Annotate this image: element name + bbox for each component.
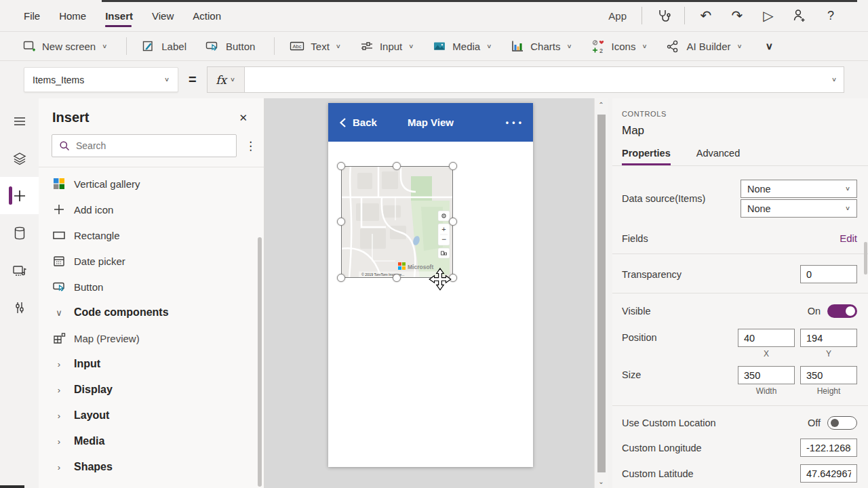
ribbon-charts[interactable]: Charts ∨ [511, 39, 572, 53]
menu-insert[interactable]: Insert [105, 0, 133, 31]
phone-screen[interactable]: Map View Back • • • [328, 103, 533, 467]
advanced-tools-icon[interactable] [0, 289, 39, 326]
properties-panel-scrollbar[interactable] [864, 242, 867, 274]
insert-item-label: Rectangle [74, 230, 120, 241]
ribbon-icons[interactable]: 2 Icons ∨ [591, 39, 648, 54]
custom-latitude-input[interactable] [800, 464, 857, 483]
hamburger-menu-icon[interactable] [0, 102, 39, 140]
resize-handle-bottom-left[interactable] [337, 274, 345, 282]
insert-category-shapes[interactable]: › Shapes [39, 454, 264, 480]
tab-advanced[interactable]: Advanced [696, 148, 741, 165]
resize-handle-middle-right[interactable] [449, 218, 457, 226]
insert-category-code-components[interactable]: ∨ Code components [39, 300, 264, 325]
app-checker-icon[interactable] [648, 8, 679, 23]
insert-category-input[interactable]: › Input [39, 351, 264, 377]
rectangle-icon [52, 228, 66, 242]
menu-action[interactable]: Action [193, 0, 221, 31]
menu-file[interactable]: File [24, 0, 40, 31]
search-box[interactable] [52, 134, 237, 157]
ribbon-overflow-chevron-icon[interactable]: ∨ [766, 40, 774, 52]
back-button[interactable]: Back [339, 117, 377, 128]
share-add-person-icon[interactable] [784, 8, 815, 23]
chevron-down-icon[interactable]: ∨ [831, 76, 844, 83]
divider [126, 37, 127, 55]
use-custom-location-toggle[interactable] [827, 416, 857, 430]
control-selector-dropdown[interactable]: Items_Items ∨ [24, 67, 178, 92]
insert-panel-scrollbar[interactable] [258, 237, 262, 487]
ribbon-ai-builder[interactable]: AI Builder ∨ [666, 39, 742, 54]
canvas-scrollbar[interactable]: ⌃ ⌄ [594, 98, 608, 488]
help-icon[interactable]: ? [815, 9, 846, 22]
ribbon-input[interactable]: Input ∨ [360, 39, 414, 53]
transparency-input[interactable] [800, 265, 857, 283]
search-input[interactable] [76, 140, 229, 151]
fields-edit-link[interactable]: Edit [840, 232, 857, 244]
insert-item-date-picker[interactable]: Date picker [39, 248, 264, 274]
insert-panel-title: Insert [52, 110, 89, 125]
insert-rail-icon[interactable] [0, 177, 39, 214]
insert-item-vertical-gallery[interactable]: Vertical gallery [39, 171, 264, 197]
insert-item-label: Add icon [74, 204, 113, 216]
custom-longitude-input[interactable] [800, 439, 857, 457]
data-sources-icon[interactable] [0, 214, 39, 251]
app-label: App [608, 10, 627, 22]
scroll-up-icon[interactable]: ⌃ [595, 101, 608, 108]
scrollbar-thumb[interactable] [597, 115, 606, 472]
ellipsis-menu-icon[interactable]: • • • [506, 118, 522, 127]
ribbon-label: Button [226, 41, 255, 52]
panel-gap [608, 98, 612, 488]
map-control[interactable]: + − Microsoft © 2019 TomTom Improve... [341, 166, 453, 278]
insert-item-rectangle[interactable]: Rectangle [39, 222, 264, 248]
insert-list: Vertical gallery Add icon Rectangle Date [39, 167, 264, 480]
data-source-dropdown-2[interactable]: None ∨ [741, 199, 857, 218]
insert-item-button[interactable]: Button [39, 274, 264, 300]
ribbon-media[interactable]: Media ∨ [433, 39, 492, 53]
ribbon-text[interactable]: Abc Text ∨ [290, 39, 341, 53]
ribbon-label: Charts [530, 41, 560, 52]
kebab-menu-icon[interactable]: ⋮ [245, 139, 254, 153]
zoom-out-button[interactable]: − [441, 235, 446, 244]
resize-handle-bottom-right[interactable] [449, 274, 457, 282]
visible-toggle[interactable] [827, 304, 857, 318]
menu-view[interactable]: View [152, 0, 174, 31]
data-source-dropdown-1[interactable]: None ∨ [741, 180, 857, 198]
formula-input[interactable] [245, 67, 831, 92]
fx-dropdown-button[interactable]: fx ∨ [207, 66, 245, 93]
preview-play-icon[interactable]: ▷ [753, 9, 784, 22]
undo-icon[interactable]: ↶ [690, 9, 722, 22]
resize-handle-bottom-middle[interactable] [393, 274, 401, 282]
menu-home[interactable]: Home [59, 0, 86, 31]
insert-item-map-preview[interactable]: Map (Preview) [39, 325, 264, 351]
height-caption: Height [817, 386, 841, 396]
scroll-down-icon[interactable]: ⌄ [595, 478, 608, 485]
insert-category-layout[interactable]: › Layout [39, 403, 264, 428]
menu-items: File Home Insert View Action [0, 0, 240, 31]
ribbon-button-btn[interactable]: Button [205, 39, 255, 53]
ribbon-label-btn[interactable]: Label [142, 39, 186, 53]
insert-item-add-icon[interactable]: Add icon [39, 197, 264, 222]
zoom-in-button[interactable]: + [441, 225, 446, 233]
insert-category-media[interactable]: › Media [39, 428, 264, 454]
properties-panel: CONTROLS Map Properties Advanced Data so… [612, 98, 868, 488]
redo-icon[interactable]: ↷ [722, 9, 753, 22]
size-height-input[interactable] [800, 366, 857, 384]
media-rail-icon[interactable] [0, 251, 39, 289]
map-zoom-controls[interactable]: + − [438, 211, 450, 258]
visible-state-label: On [808, 306, 821, 317]
ribbon-label: Media [452, 41, 480, 52]
back-label: Back [353, 117, 377, 128]
size-width-input[interactable] [738, 366, 795, 384]
back-chevron-icon [339, 117, 347, 128]
resize-handle-top-left[interactable] [337, 162, 345, 170]
resize-handle-top-right[interactable] [449, 162, 457, 170]
resize-handle-top-middle[interactable] [393, 162, 401, 170]
gallery-icon [52, 177, 66, 190]
close-icon[interactable]: ✕ [239, 112, 248, 124]
resize-handle-middle-left[interactable] [337, 218, 345, 226]
insert-category-display[interactable]: › Display [39, 377, 264, 403]
position-y-input[interactable] [800, 329, 857, 347]
ribbon-new-screen[interactable]: New screen ∨ [22, 39, 107, 53]
tree-view-layers-icon[interactable] [0, 140, 39, 177]
position-x-input[interactable] [738, 329, 795, 347]
tab-properties[interactable]: Properties [622, 148, 671, 165]
